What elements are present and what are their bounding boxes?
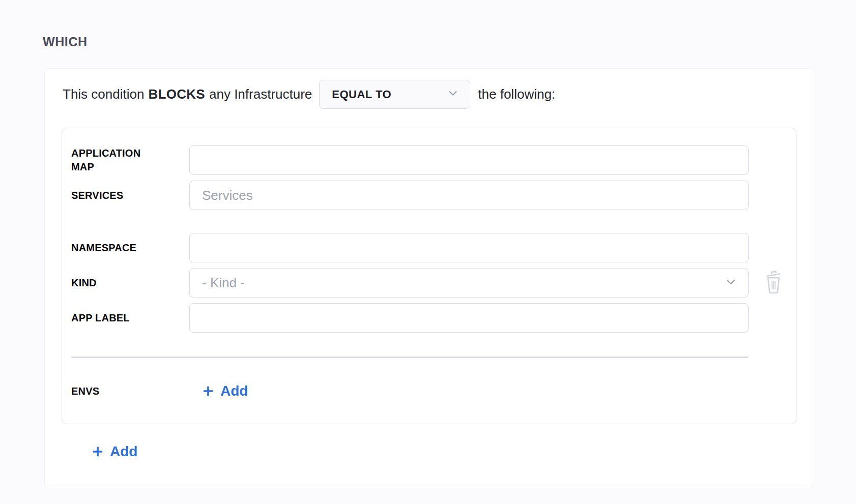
- namespace-input[interactable]: [189, 233, 749, 262]
- footer-add-label: Add: [110, 443, 137, 460]
- delete-condition-row-button[interactable]: [763, 269, 784, 295]
- label-cell: KIND: [62, 276, 189, 290]
- label-cell: APPLICATION MAP: [62, 146, 189, 174]
- label-cell: SERVICES: [62, 189, 189, 202]
- field-row-services: SERVICES: [62, 181, 796, 210]
- condition-card: This condition BLOCKS any Infrastructure…: [44, 68, 814, 488]
- condition-sentence: This condition BLOCKS any Infrastructure…: [63, 80, 795, 109]
- services-input[interactable]: [189, 181, 749, 210]
- application-map-label: APPLICATION MAP: [71, 146, 165, 174]
- plus-icon: [91, 445, 104, 458]
- application-map-input[interactable]: [189, 145, 749, 175]
- app-label-label: APP LABEL: [71, 311, 130, 325]
- field-row-app-label: APP LABEL: [62, 303, 796, 333]
- operator-select[interactable]: EQUAL TO: [319, 80, 470, 109]
- field-row-application-map: APPLICATION MAP: [62, 145, 796, 175]
- chevron-down-icon: [725, 276, 737, 290]
- services-label: SERVICES: [71, 189, 123, 202]
- namespace-label: NAMESPACE: [71, 241, 136, 255]
- label-cell: NAMESPACE: [62, 241, 189, 255]
- condition-tail: the following:: [478, 86, 555, 102]
- envs-add-button[interactable]: Add: [202, 383, 248, 399]
- infrastructure-group: APPLICATION MAP SERVICES NAMESPACE KIND …: [62, 128, 796, 424]
- field-row-envs: ENVS Add: [62, 376, 796, 406]
- label-cell: ENVS: [62, 384, 189, 398]
- section-divider: [71, 357, 749, 358]
- app-label-input[interactable]: [189, 303, 749, 333]
- envs-add-label: Add: [220, 383, 248, 399]
- envs-label: ENVS: [71, 384, 99, 398]
- chevron-down-icon: [447, 86, 459, 102]
- label-cell: APP LABEL: [62, 311, 189, 325]
- kind-select-placeholder: - Kind -: [202, 275, 245, 291]
- condition-lead-1: This condition: [63, 86, 144, 102]
- operator-select-value: EQUAL TO: [332, 88, 391, 101]
- field-row-kind: KIND - Kind -: [62, 268, 796, 298]
- trash-icon: [764, 288, 783, 295]
- add-condition-block-button[interactable]: Add: [91, 443, 137, 460]
- condition-verb: BLOCKS: [148, 86, 205, 102]
- plus-icon: [202, 384, 215, 398]
- condition-lead-2: any Infrastructure: [209, 86, 312, 102]
- field-row-namespace: NAMESPACE: [62, 233, 796, 262]
- kind-label: KIND: [71, 276, 97, 290]
- kind-select[interactable]: - Kind -: [189, 268, 749, 298]
- condition-lead-text: This condition BLOCKS any Infrastructure: [63, 86, 312, 102]
- page-title: WHICH: [43, 35, 856, 49]
